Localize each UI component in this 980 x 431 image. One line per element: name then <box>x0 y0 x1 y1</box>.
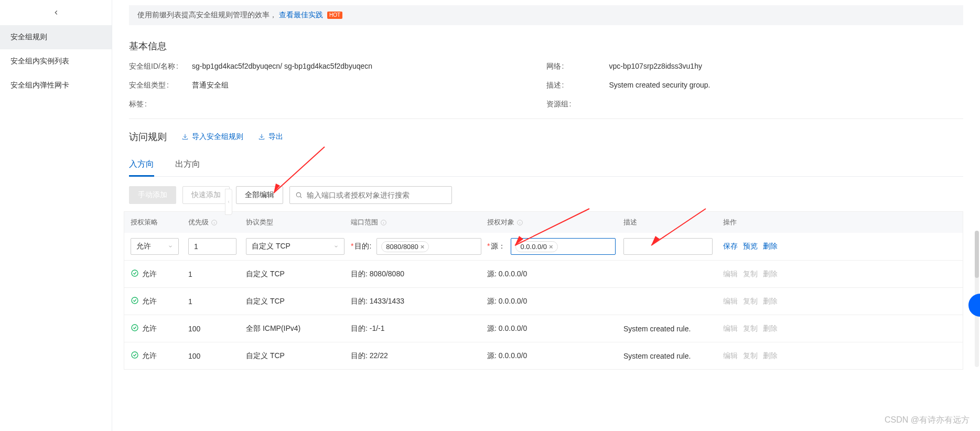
info-icon[interactable] <box>380 219 387 226</box>
target-label: *源： <box>487 242 505 251</box>
cell-protocol: 自定义 TCP <box>246 270 351 279</box>
info-icon[interactable] <box>211 219 218 226</box>
cell-priority: 1 <box>188 297 246 306</box>
label-sg-id: 安全组ID/名称 <box>129 62 187 71</box>
chevron-left-icon <box>227 200 231 204</box>
target-chip: 0.0.0.0/0 × <box>515 241 557 252</box>
main-content: 使用前缀列表提高安全组规则管理的效率， 查看最佳实践 HOT 基本信息 安全组I… <box>112 0 980 431</box>
port-chip: 8080/8080 × <box>381 241 429 252</box>
value-desc: System created security group. <box>609 81 710 90</box>
cell-port: 目的: -1/-1 <box>351 324 487 333</box>
tab-label: 入方向 <box>129 159 154 168</box>
sidebar-collapse-handle[interactable] <box>225 189 232 215</box>
table-header: 授权策略 优先级 协议类型 端口范围 授权对象 描述 操作 <box>124 212 963 233</box>
edit-all-button[interactable]: 全部编辑 <box>236 186 283 204</box>
manual-add-button[interactable]: 手动添加 <box>129 186 176 204</box>
cell-protocol: 自定义 TCP <box>246 351 351 361</box>
action-copy[interactable]: 复制 <box>743 324 758 333</box>
policy-select[interactable]: 允许 <box>131 238 179 255</box>
svg-point-13 <box>132 325 138 331</box>
svg-point-12 <box>132 297 138 304</box>
action-copy[interactable]: 复制 <box>743 270 758 279</box>
cell-target: 源: 0.0.0.0/0 <box>487 297 623 306</box>
action-delete[interactable]: 删除 <box>763 324 778 333</box>
svg-point-11 <box>132 270 138 276</box>
protocol-select[interactable]: 自定义 TCP <box>246 238 344 255</box>
cell-target: 源: 0.0.0.0/0 <box>487 270 623 279</box>
chevron-down-icon <box>168 244 173 249</box>
cell-priority: 1 <box>188 270 246 278</box>
cell-port: 目的: 1433/1433 <box>351 297 487 306</box>
basic-info-section: 基本信息 安全组ID/名称 sg-bp1gd4kac5f2dbyuqecn/ s… <box>129 40 963 109</box>
side-fab[interactable] <box>968 294 980 317</box>
action-delete[interactable]: 删除 <box>763 297 778 306</box>
info-icon[interactable] <box>516 219 524 226</box>
chip-remove-icon[interactable]: × <box>549 243 553 251</box>
cell-policy: 允许 <box>142 324 157 333</box>
action-preview[interactable]: 预览 <box>743 242 758 251</box>
direction-tabs: 入方向 出方向 <box>129 159 963 177</box>
rules-search[interactable] <box>289 186 452 204</box>
back-button[interactable] <box>0 0 112 25</box>
table-row: 允许 1 自定义 TCP 目的: 1433/1433 源: 0.0.0.0/0 … <box>124 288 963 315</box>
allow-icon <box>131 324 139 333</box>
search-input[interactable] <box>307 191 446 199</box>
th-desc: 描述 <box>623 218 723 227</box>
quick-add-button[interactable]: 快速添加 <box>182 186 230 204</box>
action-edit[interactable]: 编辑 <box>723 324 738 333</box>
button-label: 全部编辑 <box>245 190 274 200</box>
svg-point-0 <box>296 192 300 197</box>
action-delete[interactable]: 删除 <box>763 351 778 361</box>
banner-text: 使用前缀列表提高安全组规则管理的效率， <box>137 10 277 20</box>
basic-info-title: 基本信息 <box>129 40 963 52</box>
action-edit[interactable]: 编辑 <box>723 351 738 361</box>
table-row: 允许 1 自定义 TCP 目的: 8080/8080 源: 0.0.0.0/0 … <box>124 261 963 288</box>
cell-port: 目的: 22/22 <box>351 351 487 361</box>
download-icon <box>258 133 265 141</box>
tab-inbound[interactable]: 入方向 <box>129 159 154 176</box>
import-rules-link[interactable]: 导入安全组规则 <box>181 132 243 142</box>
watermark: CSDN @有诗亦有远方 <box>885 415 970 426</box>
banner-link[interactable]: 查看最佳实践 <box>279 10 323 20</box>
priority-input[interactable]: 1 <box>188 238 236 255</box>
policy-value: 允许 <box>136 242 151 251</box>
sidebar-item-instances[interactable]: 安全组内实例列表 <box>0 49 112 73</box>
action-copy[interactable]: 复制 <box>743 351 758 361</box>
label-resgroup: 资源组 <box>546 100 604 109</box>
label-tag: 标签 <box>129 100 187 109</box>
search-icon <box>295 191 303 199</box>
upload-icon <box>181 133 189 141</box>
desc-input[interactable] <box>623 238 713 255</box>
allow-icon <box>131 351 139 361</box>
chip-remove-icon[interactable]: × <box>421 243 425 251</box>
priority-value: 1 <box>194 242 198 251</box>
sidebar-item-eni[interactable]: 安全组内弹性网卡 <box>0 73 112 98</box>
export-rules-label: 导出 <box>268 132 283 142</box>
button-label: 手动添加 <box>138 190 167 200</box>
action-edit[interactable]: 编辑 <box>723 270 738 279</box>
cell-protocol: 自定义 TCP <box>246 297 351 306</box>
action-delete[interactable]: 删除 <box>763 270 778 279</box>
target-input[interactable]: 0.0.0.0/0 × <box>511 238 616 255</box>
cell-port: 目的: 8080/8080 <box>351 270 487 279</box>
action-delete[interactable]: 删除 <box>763 242 778 251</box>
tab-outbound[interactable]: 出方向 <box>175 159 200 176</box>
cell-protocol: 全部 ICMP(IPv4) <box>246 324 351 333</box>
sidebar-item-rules[interactable]: 安全组规则 <box>0 25 112 49</box>
th-policy: 授权策略 <box>131 218 188 227</box>
sidebar-item-label: 安全组内实例列表 <box>10 57 69 65</box>
th-port: 端口范围 <box>351 218 487 227</box>
port-input[interactable]: 8080/8080 × <box>376 238 481 255</box>
label-network: 网络 <box>546 62 604 71</box>
action-edit[interactable]: 编辑 <box>723 297 738 306</box>
scrollbar-thumb[interactable] <box>975 231 979 278</box>
value-sg-id: sg-bp1gd4kac5f2dbyuqecn/ sg-bp1gd4kac5f2… <box>192 62 372 71</box>
cell-policy: 允许 <box>142 270 157 279</box>
table-row: 允许 100 全部 ICMP(IPv4) 目的: -1/-1 源: 0.0.0.… <box>124 315 963 342</box>
cell-policy: 允许 <box>142 351 157 361</box>
export-rules-link[interactable]: 导出 <box>258 132 283 142</box>
table-row-edit: 允许 1 自定义 TCP *目的: <box>124 233 963 261</box>
action-copy[interactable]: 复制 <box>743 297 758 306</box>
action-save[interactable]: 保存 <box>723 242 738 251</box>
cell-priority: 100 <box>188 325 246 333</box>
